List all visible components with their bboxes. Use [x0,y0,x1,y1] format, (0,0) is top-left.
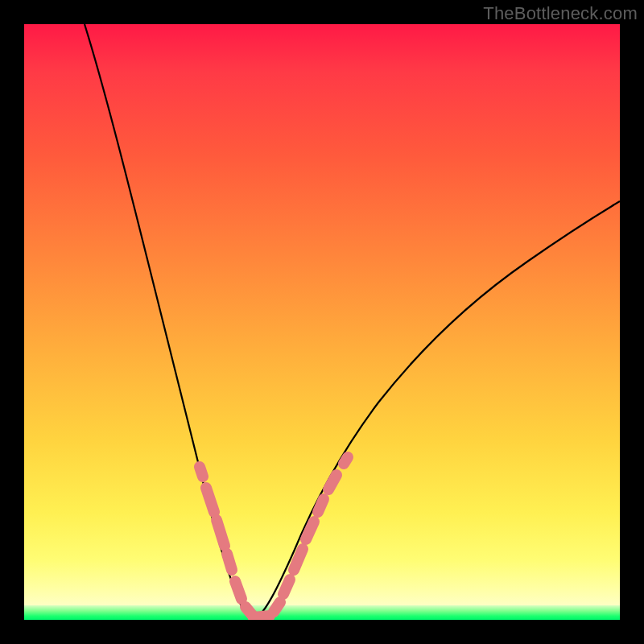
svg-line-6 [254,616,270,617]
markers-right [283,457,348,594]
svg-line-0 [200,467,203,477]
curve-right [256,201,620,618]
chart-frame: TheBottleneck.com [0,0,644,644]
curve-left [85,24,256,618]
svg-line-4 [235,581,242,599]
svg-line-12 [328,475,336,489]
svg-line-7 [274,602,280,612]
plot-area [24,24,620,620]
svg-line-10 [306,522,314,539]
svg-line-2 [217,520,225,546]
watermark-text: TheBottleneck.com [483,3,638,24]
svg-line-8 [283,580,290,594]
svg-line-9 [294,549,303,570]
bottleneck-curve [24,24,620,620]
markers-left [200,467,253,616]
svg-line-11 [318,499,324,512]
svg-line-3 [227,554,232,570]
svg-line-1 [206,488,214,512]
svg-line-13 [344,457,348,464]
